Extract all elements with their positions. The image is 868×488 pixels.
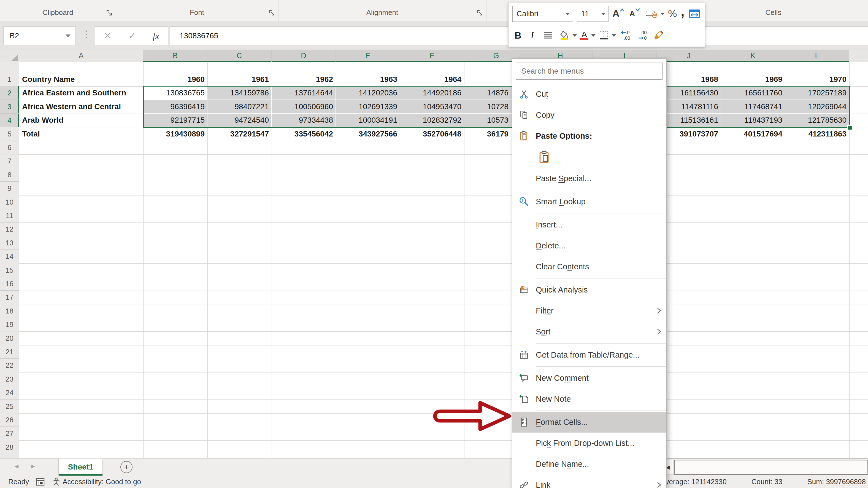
cell-D1[interactable]: 1962	[272, 62, 336, 86]
increase-font-size-icon[interactable]: A	[612, 8, 625, 20]
borders-icon[interactable]	[599, 30, 619, 40]
cell-L3[interactable]: 120269044	[785, 100, 849, 113]
cell-K2[interactable]: 165611760	[721, 86, 785, 100]
menu-item-delete[interactable]: Delete...	[512, 235, 666, 256]
next-sheet-icon[interactable]: ►	[30, 462, 36, 470]
row-header-24[interactable]: 24	[0, 386, 19, 400]
fill-handle[interactable]	[847, 125, 852, 130]
fill-color-icon[interactable]	[560, 30, 580, 40]
row-header-1[interactable]: 1	[0, 62, 19, 86]
cell-A5[interactable]: Total	[19, 127, 143, 141]
cell-C1[interactable]: 1961	[208, 62, 272, 86]
row-header-19[interactable]: 19	[0, 318, 19, 332]
font-size-select[interactable]: 11	[577, 6, 609, 22]
row-header-16[interactable]: 16	[0, 277, 19, 291]
chevron-down-icon[interactable]	[591, 34, 595, 37]
format-painter-icon[interactable]	[653, 30, 664, 40]
row-header-partial[interactable]	[0, 454, 19, 458]
row-header-13[interactable]: 13	[0, 236, 19, 250]
row-header-7[interactable]: 7	[0, 154, 19, 168]
menu-item-sort[interactable]: Sort	[512, 321, 666, 342]
row-header-6[interactable]: 6	[0, 141, 19, 154]
prev-sheet-icon[interactable]: ◄	[13, 462, 20, 470]
menu-item-link[interactable]: Link	[512, 475, 666, 488]
menu-item-smart-lookup[interactable]: Smart Lookup	[512, 191, 666, 212]
chevron-right-icon[interactable]	[655, 327, 662, 336]
cell-B1[interactable]: 1960	[143, 62, 208, 86]
cell-E5[interactable]: 343927566	[336, 127, 400, 141]
cell-K1[interactable]: 1969	[721, 62, 785, 86]
menu-item-paste-options[interactable]: Paste Options:	[512, 125, 666, 146]
cell-B2[interactable]: 130836765	[143, 86, 208, 100]
cell-F4[interactable]: 102832792	[400, 114, 464, 127]
row-header-15[interactable]: 15	[0, 263, 19, 277]
column-header-B[interactable]: B	[143, 50, 208, 62]
cell-L4[interactable]: 121785630	[785, 114, 849, 127]
font-name-select[interactable]: Calibri	[513, 6, 573, 22]
chevron-down-icon[interactable]	[660, 13, 665, 15]
cell-A1[interactable]: Country Name	[19, 62, 143, 86]
menu-item-clear-contents[interactable]: Clear Contents	[512, 256, 666, 277]
chevron-down-icon[interactable]	[565, 13, 570, 15]
cell-E1[interactable]: 1963	[336, 62, 400, 86]
menu-item-quick-analysis[interactable]: Quick Analysis	[512, 279, 666, 300]
cell-B5[interactable]: 319430899	[143, 127, 208, 141]
cell-L1[interactable]: 1970	[785, 62, 849, 86]
row-header-27[interactable]: 27	[0, 427, 19, 440]
decrease-decimal-icon[interactable]: .00 0	[637, 30, 651, 41]
row-header-2[interactable]: 2	[0, 86, 19, 100]
cell-C4[interactable]: 94724540	[208, 114, 272, 127]
select-all-button[interactable]	[0, 50, 19, 62]
paste-keep-source-formatting-icon[interactable]	[538, 151, 551, 164]
macro-record-icon[interactable]	[36, 478, 45, 486]
column-header-C[interactable]: C	[208, 50, 272, 62]
new-sheet-button[interactable]: +	[120, 461, 132, 473]
italic-icon[interactable]: I	[531, 30, 534, 40]
row-header-18[interactable]: 18	[0, 304, 19, 318]
column-header-D[interactable]: D	[272, 50, 336, 62]
menu-item-format-cells[interactable]: Format Cells...	[512, 412, 666, 433]
row-header-20[interactable]: 20	[0, 332, 19, 345]
row-header-3[interactable]: 3	[0, 100, 19, 113]
sheet-tab[interactable]: Sheet1	[58, 459, 103, 476]
scrollbar-thumb[interactable]	[674, 460, 868, 475]
percent-style-icon[interactable]: %	[668, 8, 677, 20]
column-header-L[interactable]: L	[785, 50, 849, 62]
row-header-10[interactable]: 10	[0, 195, 19, 209]
row-header-9[interactable]: 9	[0, 182, 19, 195]
menu-item-cut[interactable]: Cut	[512, 84, 666, 105]
cell-E3[interactable]: 102691339	[336, 100, 400, 113]
row-header-21[interactable]: 21	[0, 345, 19, 359]
accessibility-icon[interactable]	[52, 478, 60, 486]
cell-K4[interactable]: 118437193	[721, 114, 785, 127]
row-header-11[interactable]: 11	[0, 209, 19, 223]
cell-F3[interactable]: 104953470	[400, 100, 464, 113]
row-header-8[interactable]: 8	[0, 168, 19, 181]
cell-F5[interactable]: 352706448	[400, 127, 464, 141]
chevron-right-icon[interactable]	[655, 481, 662, 488]
row-header-28[interactable]: 28	[0, 440, 19, 454]
cell-A4[interactable]: Arab World	[19, 114, 143, 127]
chevron-down-icon[interactable]	[612, 34, 616, 37]
menu-item-filter[interactable]: Filter	[512, 300, 666, 321]
cell-C2[interactable]: 134159786	[208, 86, 272, 100]
cell-D2[interactable]: 137614644	[272, 86, 336, 100]
cell-A3[interactable]: Africa Western and Central	[19, 100, 143, 113]
cell-K5[interactable]: 401517694	[721, 127, 785, 141]
cell-L5[interactable]: 412311863	[785, 127, 849, 141]
menu-item-insert[interactable]: Insert...	[512, 214, 666, 235]
cell-E2[interactable]: 141202036	[336, 86, 400, 100]
menu-item-new-comment[interactable]: New Comment	[512, 368, 666, 389]
menu-item-get-data-from-table-range[interactable]: Get Data from Table/Range...	[512, 344, 666, 365]
row-header-4[interactable]: 4	[0, 114, 19, 127]
cell-C5[interactable]: 327291547	[208, 127, 272, 141]
increase-decimal-icon[interactable]: 0 .00	[620, 30, 634, 41]
chevron-right-icon[interactable]	[655, 307, 662, 315]
menu-item-paste-special[interactable]: Paste Special...	[512, 168, 666, 189]
menu-item-define-name[interactable]: Define Name...	[512, 454, 666, 475]
cell-A2[interactable]: Africa Eastern and Southern	[19, 86, 143, 100]
row-header-22[interactable]: 22	[0, 359, 19, 372]
cell-D5[interactable]: 335456042	[272, 127, 336, 141]
cell-C3[interactable]: 98407221	[208, 100, 272, 113]
column-header-F[interactable]: F	[400, 50, 464, 62]
